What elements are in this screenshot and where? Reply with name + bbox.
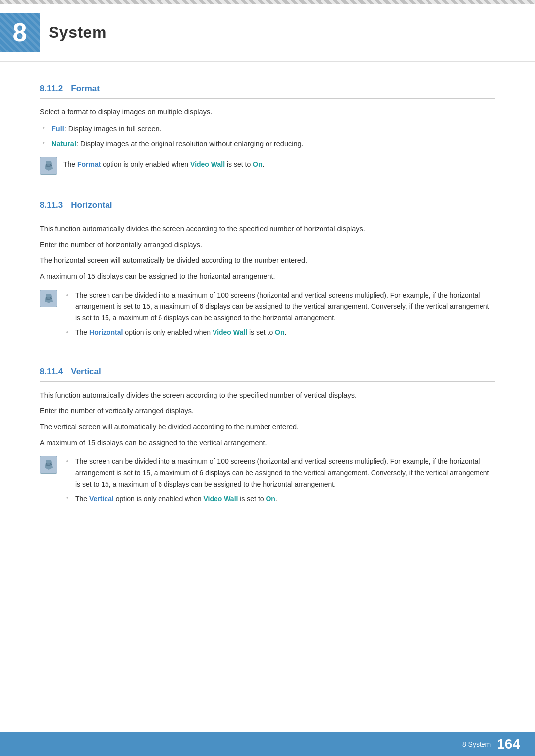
bullet-dot	[63, 329, 71, 337]
bullet-text: Full: Display images in full screen.	[52, 123, 161, 135]
section-body-horizontal: This function automatically divides the …	[40, 223, 495, 341]
note-icon	[40, 456, 57, 474]
bullet-dot	[40, 125, 48, 133]
list-item: The screen can be divided into a maximum…	[63, 456, 495, 490]
horizontal-para-1: This function automatically divides the …	[40, 223, 495, 235]
note-on-term: On	[275, 328, 284, 336]
vertical-note-list: The screen can be divided into a maximum…	[63, 456, 495, 504]
chapter-number: 8	[13, 12, 27, 53]
term-natural: Natural	[52, 140, 76, 148]
footer-chapter-label: 8 System	[462, 739, 491, 750]
vertical-para-2: Enter the number of vertically arranged …	[40, 405, 495, 417]
note-bullet-text-2: The Horizontal option is only enabled wh…	[75, 327, 286, 338]
format-note-text: The Format option is only enabled when V…	[63, 157, 264, 170]
section-8-11-2: 8.11.2 Format Select a format to display…	[40, 82, 495, 175]
note-bullet-text-1: The screen can be divided into a maximum…	[75, 290, 495, 324]
list-item: The Horizontal option is only enabled wh…	[63, 327, 495, 338]
section-title-format: Format	[71, 82, 100, 95]
note-on-term: On	[253, 160, 262, 168]
chapter-title: System	[49, 20, 107, 45]
note-horizontal-term: Horizontal	[89, 328, 123, 336]
section-title-vertical: Vertical	[71, 365, 101, 378]
horizontal-para-2: Enter the number of horizontally arrange…	[40, 239, 495, 251]
horizontal-note-content: The screen can be divided into a maximum…	[63, 290, 495, 341]
section-number-vertical: 8.11.4	[40, 365, 63, 378]
format-bullet-list: Full: Display images in full screen. Nat…	[40, 123, 495, 150]
note-format-term: Format	[77, 160, 101, 168]
section-heading-format: 8.11.2 Format	[40, 82, 495, 99]
section-heading-horizontal: 8.11.3 Horizontal	[40, 199, 495, 215]
note-on-term: On	[266, 495, 275, 503]
bullet-dot	[63, 458, 71, 466]
horizontal-note-list: The screen can be divided into a maximum…	[63, 290, 495, 338]
section-8-11-4: 8.11.4 Vertical This function automatica…	[40, 365, 495, 507]
note-icon	[40, 290, 57, 307]
list-item: The Vertical option is only enabled when…	[63, 493, 495, 504]
term-full: Full	[52, 125, 64, 133]
note-videowall-term: Video Wall	[190, 160, 225, 168]
chapter-badge: 8	[0, 13, 40, 52]
note-bullet-text-2: The Vertical option is only enabled when…	[75, 493, 277, 504]
note-bullet-text-1: The screen can be divided into a maximum…	[75, 456, 495, 490]
content-area: 8.11.2 Format Select a format to display…	[0, 62, 535, 571]
list-item: Full: Display images in full screen.	[40, 123, 495, 135]
note-icon	[40, 157, 57, 175]
horizontal-para-4: A maximum of 15 displays can be assigned…	[40, 271, 495, 283]
format-note-box: The Format option is only enabled when V…	[40, 157, 495, 175]
vertical-para-1: This function automatically divides the …	[40, 390, 495, 402]
section-title-horizontal: Horizontal	[71, 199, 112, 212]
vertical-note-box: The screen can be divided into a maximum…	[40, 456, 495, 507]
horizontal-para-3: The horizontal screen will automatically…	[40, 255, 495, 267]
bullet-dot	[40, 140, 48, 148]
note-videowall-term: Video Wall	[213, 328, 247, 336]
footer-page-number: 164	[497, 733, 520, 756]
bullet-dot	[63, 495, 71, 503]
section-8-11-3: 8.11.3 Horizontal This function automati…	[40, 199, 495, 341]
section-body-vertical: This function automatically divides the …	[40, 390, 495, 507]
note-vertical-term: Vertical	[89, 495, 114, 503]
list-item: The screen can be divided into a maximum…	[63, 290, 495, 324]
section-number-format: 8.11.2	[40, 82, 63, 95]
section-heading-vertical: 8.11.4 Vertical	[40, 365, 495, 382]
bullet-text: Natural: Display images at the original …	[52, 138, 304, 150]
top-decorative-stripe	[0, 0, 535, 4]
page-header: 8 System	[0, 4, 535, 62]
horizontal-note-box: The screen can be divided into a maximum…	[40, 290, 495, 341]
bullet-dot	[63, 292, 71, 300]
note-videowall-term: Video Wall	[203, 495, 238, 503]
vertical-note-content: The screen can be divided into a maximum…	[63, 456, 495, 507]
section-body-format: Select a format to display images on mul…	[40, 106, 495, 175]
format-intro: Select a format to display images on mul…	[40, 106, 495, 118]
section-number-horizontal: 8.11.3	[40, 199, 63, 212]
page-footer: 8 System 164	[0, 732, 535, 756]
list-item: Natural: Display images at the original …	[40, 138, 495, 150]
vertical-para-3: The vertical screen will automatically b…	[40, 421, 495, 433]
vertical-para-4: A maximum of 15 displays can be assigned…	[40, 437, 495, 449]
